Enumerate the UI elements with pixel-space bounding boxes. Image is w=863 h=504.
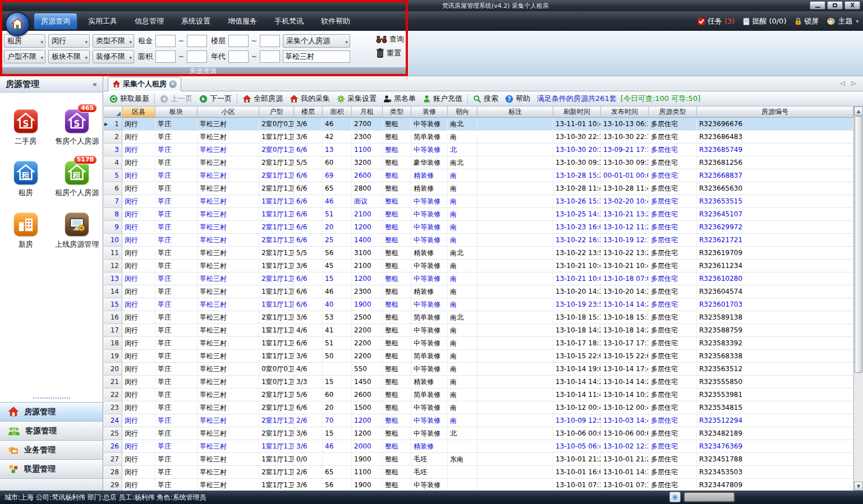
table-cell[interactable]: 6/6 bbox=[294, 182, 323, 195]
category-select[interactable]: 类型不限 bbox=[93, 34, 134, 48]
table-cell[interactable]: 多层住宅 bbox=[649, 350, 697, 363]
table-cell[interactable]: 简单装修 bbox=[411, 311, 448, 324]
row-number[interactable]: 3 bbox=[104, 144, 122, 156]
row-number[interactable]: 9 bbox=[104, 221, 122, 234]
table-cell[interactable]: 莘松三村 bbox=[198, 169, 259, 182]
row-number[interactable]: 24 bbox=[104, 414, 122, 427]
table-cell[interactable]: 多层住宅 bbox=[649, 427, 697, 440]
table-cell[interactable]: 莘庄 bbox=[155, 285, 198, 298]
table-cell[interactable]: 1室0厅1卫 bbox=[259, 376, 294, 389]
table-cell[interactable]: 13-10-19 12:17 bbox=[601, 234, 649, 247]
sidebar-nav-1[interactable]: 客源管理 bbox=[0, 421, 103, 440]
table-cell[interactable]: 3/6 bbox=[294, 260, 323, 272]
property-type-select[interactable]: 租房 bbox=[4, 34, 45, 48]
table-cell[interactable]: 00-01-01 00:00 bbox=[601, 169, 649, 182]
table-cell[interactable]: 简单装修 bbox=[411, 131, 448, 144]
tab-collect-personal-rent[interactable]: 采集个人租房 ✕ bbox=[108, 77, 181, 91]
table-cell[interactable]: 13-10-20 14:33 bbox=[553, 285, 601, 298]
table-cell[interactable]: 2室1厅1卫 bbox=[259, 221, 294, 234]
table-cell[interactable]: 中等装修 bbox=[411, 479, 448, 491]
table-cell[interactable]: 13-10-21 13:29 bbox=[601, 208, 649, 221]
table-cell[interactable]: 整租 bbox=[383, 479, 411, 491]
table-cell[interactable]: 闵行 bbox=[122, 311, 155, 324]
table-row-17[interactable]: 17闵行莘庄莘松三村1室1厅1卫4/6412200整租中等装修南13-10-18… bbox=[104, 324, 853, 337]
table-cell[interactable]: 闵行 bbox=[122, 285, 155, 298]
row-number[interactable]: 13 bbox=[104, 272, 122, 285]
toolbar-button-7[interactable]: 账户充值 bbox=[419, 92, 466, 105]
table-cell[interactable]: 南 bbox=[448, 234, 478, 247]
table-cell[interactable]: 南北 bbox=[448, 247, 478, 260]
table-cell[interactable]: 2室1厅1卫 bbox=[259, 156, 294, 169]
column-header-4[interactable]: 楼层 bbox=[294, 107, 323, 118]
scrollbar-thumb[interactable] bbox=[855, 116, 862, 373]
row-number[interactable]: 7 bbox=[104, 195, 122, 208]
table-cell[interactable]: 中等装修 bbox=[411, 414, 448, 427]
table-cell[interactable]: 2700 bbox=[352, 118, 383, 131]
lock-screen-button[interactable]: 锁屏 bbox=[795, 16, 819, 26]
table-cell[interactable]: 1400 bbox=[352, 234, 383, 247]
table-row-9[interactable]: 9闵行莘庄莘松三村2室1厅1卫6/6201200整租中等装修南13-10-23 … bbox=[104, 221, 853, 234]
column-header-6[interactable]: 月租 bbox=[352, 107, 383, 118]
table-cell[interactable]: 莘庄 bbox=[155, 479, 198, 491]
table-cell[interactable]: 13-10-28 11:40 bbox=[601, 182, 649, 195]
table-cell[interactable]: 1室1厅1卫 bbox=[259, 324, 294, 337]
table-cell[interactable]: 60 bbox=[323, 156, 352, 169]
table-cell[interactable]: 60 bbox=[323, 389, 352, 401]
table-row-5[interactable]: 5闵行莘庄莘松三村2室1厅1卫6/6692600整租精装修南13-10-28 1… bbox=[104, 169, 853, 182]
table-cell[interactable]: 13-10-02 12:30 bbox=[601, 440, 649, 453]
table-cell[interactable]: 1450 bbox=[352, 376, 383, 389]
table-row-8[interactable]: 8闵行莘庄莘松三村1室1厅1卫6/6512100整租中等装修南13-10-25 … bbox=[104, 208, 853, 221]
table-cell[interactable]: 莘庄 bbox=[155, 272, 198, 285]
table-cell[interactable]: 1500 bbox=[352, 401, 383, 414]
table-cell[interactable] bbox=[448, 479, 478, 491]
table-row-25[interactable]: 25闵行莘庄莘松三村2室1厅1卫3/6151200整租中等装修北13-10-06… bbox=[104, 427, 853, 440]
table-cell[interactable]: 整租 bbox=[383, 169, 411, 182]
table-cell[interactable]: 莘松三村 bbox=[198, 260, 259, 272]
table-cell[interactable]: 1室1厅1卫 bbox=[259, 440, 294, 453]
table-cell[interactable]: 2000 bbox=[352, 440, 383, 453]
table-cell[interactable]: 中等装修 bbox=[411, 208, 448, 221]
table-cell[interactable]: 13-10-30 22:14 bbox=[553, 131, 601, 144]
table-cell[interactable]: 整租 bbox=[383, 247, 411, 260]
table-cell[interactable]: 13-10-14 19:02 bbox=[553, 363, 601, 376]
table-cell[interactable]: R323482189 bbox=[697, 427, 853, 440]
table-cell[interactable]: 45 bbox=[323, 260, 352, 272]
table-cell[interactable]: 13-10-30 20:36 bbox=[553, 144, 601, 156]
table-cell[interactable]: 莘庄 bbox=[155, 131, 198, 144]
table-cell[interactable]: 莘庄 bbox=[155, 195, 198, 208]
column-header-0[interactable]: 区县 bbox=[122, 107, 155, 118]
table-cell[interactable]: 中等装修 bbox=[411, 272, 448, 285]
table-cell[interactable]: 13-10-20 14:31 bbox=[601, 285, 649, 298]
table-cell[interactable]: 2200 bbox=[352, 324, 383, 337]
table-cell[interactable]: 13-10-12 11:21 bbox=[601, 221, 649, 234]
table-cell[interactable]: 6/6 bbox=[294, 169, 323, 182]
table-row-16[interactable]: 16闵行莘庄莘松三村2室1厅1卫3/6532500整租简单装修南北13-10-1… bbox=[104, 311, 853, 324]
table-cell[interactable]: 1200 bbox=[352, 414, 383, 427]
table-cell[interactable]: 精装修 bbox=[411, 440, 448, 453]
table-row-26[interactable]: 26闵行莘庄莘松三村1室1厅1卫3/6462000整租精装修13-10-05 0… bbox=[104, 440, 853, 453]
table-cell[interactable]: 整租 bbox=[383, 466, 411, 479]
table-cell[interactable]: 闵行 bbox=[122, 247, 155, 260]
table-row-6[interactable]: 6闵行莘庄莘松三村2室1厅1卫6/6652800整租精装修南13-10-28 1… bbox=[104, 182, 853, 195]
table-cell[interactable]: 闵行 bbox=[122, 195, 155, 208]
table-cell[interactable]: 多层住宅 bbox=[649, 118, 697, 131]
table-cell[interactable]: 整租 bbox=[383, 350, 411, 363]
table-cell[interactable]: 莘松三村 bbox=[198, 208, 259, 221]
table-cell[interactable]: 13-10-14 17:42 bbox=[601, 363, 649, 376]
tab-scroll-right-icon[interactable]: ▷ bbox=[852, 80, 856, 87]
table-cell[interactable]: 1100 bbox=[352, 466, 383, 479]
sidebar-shortcut-4[interactable]: 新房 bbox=[0, 212, 52, 249]
table-cell[interactable]: 13-10-30 09:31 bbox=[553, 156, 601, 169]
table-cell[interactable]: 13-10-14 11:43 bbox=[553, 389, 601, 401]
table-cell[interactable] bbox=[478, 440, 553, 453]
table-cell[interactable]: 莘松三村 bbox=[198, 272, 259, 285]
table-cell[interactable]: 3/6 bbox=[294, 427, 323, 440]
table-cell[interactable]: 整租 bbox=[383, 427, 411, 440]
table-cell[interactable]: 闵行 bbox=[122, 118, 155, 131]
table-cell[interactable]: 多层住宅 bbox=[649, 156, 697, 169]
row-number[interactable]: 29 bbox=[104, 479, 122, 491]
table-cell[interactable]: 46 bbox=[323, 285, 352, 298]
table-cell[interactable]: 2室1厅1卫 bbox=[259, 234, 294, 247]
row-number[interactable]: 2 bbox=[104, 131, 122, 144]
table-cell[interactable] bbox=[478, 247, 553, 260]
